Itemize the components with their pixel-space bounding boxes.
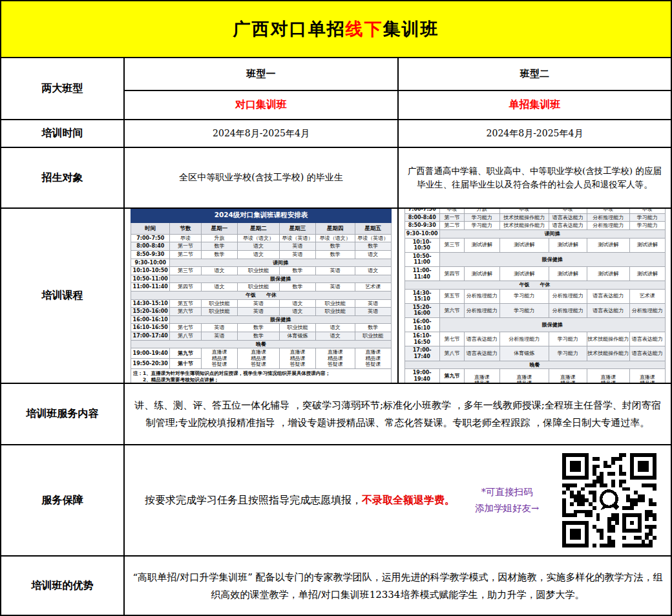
- schedule-cell: 第二节: [170, 251, 201, 259]
- schedule-cell: 第一节: [170, 242, 201, 251]
- duration-type2: 2024年8月-2025年4月: [399, 120, 671, 148]
- schedule-cell: 英语: [201, 324, 237, 332]
- title-prefix: 广西对口单招: [233, 19, 346, 39]
- schedule-cell: 第八节: [170, 332, 201, 340]
- schedule-activity: 午饭 午休: [131, 291, 392, 299]
- schedule-cell: 语言表达能力: [587, 289, 629, 303]
- schedule-cell: 测试讲解: [465, 266, 499, 281]
- schedule-cell: 英语: [355, 299, 391, 308]
- schedule-cell: 技术技能操作能力: [499, 222, 549, 230]
- schedule-title: 2024级对口集训班课程安排表: [131, 209, 392, 222]
- schedule-cell: 语文: [279, 299, 315, 308]
- schedule-col-header: 时间: [131, 222, 170, 234]
- schedule-table-duikou: 2024级对口集训班课程安排表时间节数星期一星期二星期三星期四星期五7:00-7…: [131, 209, 392, 384]
- schedule-evening-cell: 直播课精品课答疑课: [549, 369, 587, 384]
- title-suffix: 集训班: [383, 19, 439, 39]
- schedule-cell: 7:00-7:50: [131, 234, 170, 242]
- schedule-cell: 10:10-10:50: [131, 267, 170, 275]
- schedule-cell: 早读（语文）: [238, 234, 279, 242]
- schedule-cell: 技术技能操作能力: [499, 213, 549, 222]
- guarantee-cell: 按要求完成学习任务且按照指导完成志愿填报，不录取全额退学费。 *可直接扫码 添加…: [125, 445, 671, 557]
- qr-caption-line2: 添加学姐好友→: [463, 500, 551, 516]
- schedule-cell: 数学: [201, 242, 237, 251]
- schedule-cell: 数学: [279, 283, 315, 292]
- schedule-cell: 第八节: [439, 346, 464, 361]
- schedule-cell: 分析推理能力: [465, 303, 499, 317]
- schedule-cell: 英语: [279, 251, 315, 259]
- schedule-cell: 语言表达能力: [465, 346, 499, 361]
- schedule-cell: 第四节: [170, 283, 201, 292]
- guarantee-text: 按要求完成学习任务且按照指导完成志愿填报，不录取全额退学费。: [125, 494, 463, 507]
- guarantee-text-black: 按要求完成学习任务且按照指导完成志愿填报，: [145, 494, 362, 506]
- schedule-cell: 语文: [201, 283, 237, 292]
- schedule-cell: 数学: [201, 251, 237, 259]
- schedule-cell: 职业技能: [279, 324, 315, 332]
- schedule-cell: 分析推理能力: [465, 289, 499, 303]
- page-title: 广西对口单招线下集训班: [233, 17, 439, 41]
- schedule-cell: 分析推理能力: [499, 332, 549, 346]
- schedule-evening-cell: 直播课精品课答疑课: [238, 348, 279, 369]
- schedule-cell: 第一节: [439, 213, 464, 222]
- schedule-cell: 第三节: [170, 267, 201, 275]
- schedule-cell: 第七节: [170, 324, 201, 332]
- schedule-cell: 职业技能: [201, 299, 237, 308]
- schedule-cell: 语言表达能力: [630, 332, 665, 346]
- schedule-cell: 英语: [316, 267, 355, 275]
- schedule-cell: 早读（英语）: [355, 234, 391, 242]
- label-services: 培训班服务内容: [1, 384, 125, 445]
- schedule-evening-cell: 直播课精品课答疑课: [316, 348, 355, 369]
- guarantee-text-red: 不录取全额退学费。: [362, 494, 455, 506]
- schedule-evening-cell: 直播课精品课答疑课: [279, 348, 315, 369]
- schedule-cell: 升旗: [465, 209, 499, 213]
- type2-title: 班型二: [399, 58, 671, 91]
- schedule-cell: 11:00-11:40: [131, 283, 170, 292]
- schedule-cell: 10:10-10:50: [404, 238, 439, 252]
- schedule-cell: 语言表达能力: [549, 213, 587, 222]
- schedule-cell: 14:30-15:10: [131, 299, 170, 308]
- schedule-table-danzhao: 2024级单招集训班课程安排表时间节数星期一星期二星期三星期四星期五7:00-7…: [404, 209, 666, 384]
- schedule-cell: 数学: [316, 242, 355, 251]
- schedule-cell: 语文: [238, 242, 279, 251]
- label-advantages: 培训班的优势: [1, 557, 125, 615]
- schedule-table: 2024级单招集训班课程安排表时间节数星期一星期二星期三星期四星期五7:00-7…: [404, 209, 666, 384]
- schedule-col-header: 星期二: [238, 222, 279, 234]
- schedule-cell: 职业技能: [201, 308, 237, 316]
- schedule-cell: 7:00-7:50: [404, 209, 439, 213]
- schedule-cell: 10:50-11:00: [404, 252, 439, 266]
- schedule-cell: 测试讲解: [549, 266, 587, 281]
- schedule-activity: 晚餐: [404, 361, 665, 369]
- schedule-cell: 分析推理能力: [549, 303, 587, 317]
- schedule-col-header: 星期三: [279, 222, 315, 234]
- schedule-cell: 早读（英语）: [279, 234, 315, 242]
- schedule-evening-cell: 直播课精品课答疑课: [630, 369, 665, 384]
- schedule-cell: 17:00-17:40: [131, 332, 170, 340]
- schedule-cell: 职业技能: [238, 283, 279, 292]
- schedule-cell: 早读: [439, 209, 464, 213]
- target-type2: 广西普通高中学籍、职业高中、中等职业学校(含技工学校) 的应届毕业生、往届毕业生…: [399, 148, 671, 209]
- schedule-cell: 分析推理能力: [630, 303, 665, 317]
- schedule-cell: 早读（语文）: [316, 234, 355, 242]
- schedule-evening-cell: 直播课精品课答疑课: [587, 369, 629, 384]
- schedule-cell: 艺术课: [355, 283, 391, 292]
- schedule-cell: 英语: [355, 308, 391, 316]
- schedule-evening-cell: 直播课精品课答疑课: [465, 369, 499, 384]
- schedule-cell: 15:20-16:00: [131, 308, 170, 316]
- schedule-cell: 职业技能: [316, 299, 355, 308]
- schedule-cell: 学习能力: [499, 289, 549, 303]
- schedule-note: 注：1、直播课为针对学生薄弱知识点的对应授课，视学生学习情况组织开展具体授课内容…: [131, 368, 392, 384]
- schedule-cell: 早读: [587, 209, 629, 213]
- schedule-cell: 语言表达能力: [549, 222, 587, 230]
- schedule-cell: 英语: [279, 242, 315, 251]
- schedule-cell: 学习能力: [465, 222, 499, 230]
- schedule-cell: 测试讲解: [499, 238, 549, 252]
- schedule-cell: 16:00-16:10: [404, 318, 439, 332]
- schedule-evening-cell: 直播课精品课答疑课: [355, 348, 391, 369]
- schedule-cell: 19:00-19:40: [131, 348, 170, 359]
- schedule-cell: 第二节: [439, 222, 464, 230]
- schedule-cell: 技术技能操作能力: [587, 346, 629, 361]
- schedule-cell: 数学: [279, 267, 315, 275]
- qr-caption: *可直接扫码 添加学姐好友→: [463, 484, 551, 516]
- schedule-cell: 早读: [549, 209, 587, 213]
- schedule-cell: 职业技能: [316, 308, 355, 316]
- schedule-cell: 8:50-9:30: [404, 222, 439, 230]
